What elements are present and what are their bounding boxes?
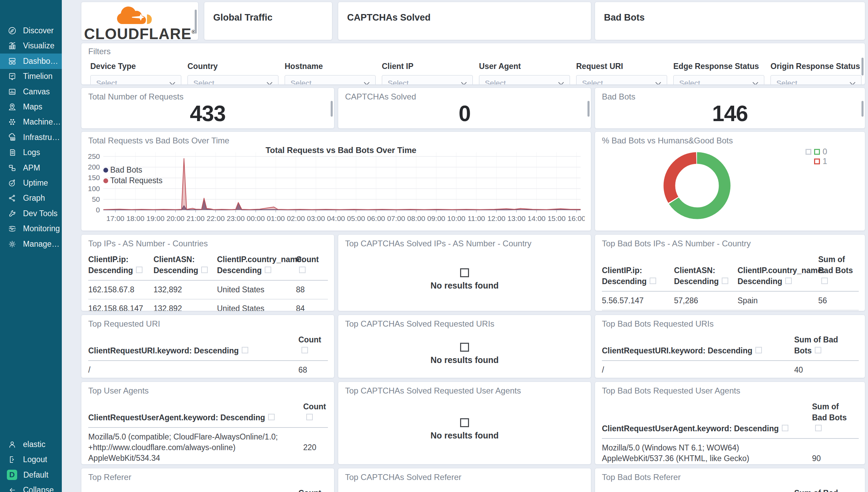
sidebar-item-apm[interactable]: APM (0, 160, 62, 176)
table-cell: Mozilla/5.0 (Windows NT 6.1; WOW64) Appl… (602, 438, 812, 465)
no-results-text: No results found (338, 355, 591, 365)
sidebar-item-canvas[interactable]: Canvas (0, 84, 62, 99)
table-cell: Netherlands (738, 310, 818, 311)
svg-text:10:00: 10:00 (447, 214, 466, 222)
sidebar-footer-collapse[interactable]: Collapse (0, 482, 62, 492)
legend-item-bad-bots[interactable]: Bad Bots (103, 165, 162, 175)
sort-icon (301, 347, 308, 353)
column-header[interactable]: ClientRequestUserAgent.keyword: Descendi… (602, 398, 812, 438)
sidebar-item-graph[interactable]: Graph (0, 190, 62, 206)
column-header[interactable]: Sum of Bad Bots (812, 398, 859, 438)
legend-label: Total Requests (110, 176, 162, 185)
column-header[interactable]: Sum of Bad Bots (818, 251, 859, 291)
metric-value: 433 (81, 101, 334, 126)
column-header[interactable]: Count (303, 398, 328, 427)
sidebar-item-management[interactable]: Management (0, 236, 62, 252)
sidebar-item-monitoring[interactable]: Monitoring (0, 221, 62, 236)
svg-text:20:00: 20:00 (167, 214, 185, 222)
table-cell: 54 (818, 310, 859, 311)
filter-select-country[interactable]: Select... (187, 75, 278, 85)
column-header[interactable]: ClientRequestURI.keyword: Descending (602, 331, 794, 361)
table-cell: 90 (812, 438, 859, 465)
filter-select-edge-response-status[interactable]: Select... (673, 75, 764, 85)
logout-icon (8, 455, 17, 464)
table-area: ClientRequestUserAgent.keyword: Descendi… (88, 398, 328, 465)
svg-text:02:00: 02:00 (287, 214, 305, 222)
cloudflare-logo-panel: CLOUDFLARE® (81, 2, 198, 40)
table-panel-ref-left: Top RefererCount (81, 468, 334, 492)
table-area: Count (88, 485, 328, 492)
table-panel-ip-right: Top Bad Bots IPs - AS Number - CountryCl… (595, 234, 865, 311)
filter-select-client-ip[interactable]: Select... (382, 75, 473, 85)
donut-legend-item-1[interactable]: 1 (803, 156, 827, 166)
table-panel-ip-mid: Top CAPTCHAs Solved IPs - AS Number - Co… (338, 234, 591, 311)
timelion-icon (8, 72, 17, 81)
sidebar-item-maps[interactable]: Maps (0, 99, 62, 115)
column-header[interactable] (602, 485, 794, 492)
select-placeholder: Select... (679, 79, 706, 85)
scrollbar-thumb[interactable] (331, 101, 333, 117)
sidebar-item-dev-tools[interactable]: Dev Tools (0, 206, 62, 221)
table-row: 162.158.67.8132,892United States88 (88, 280, 328, 299)
sort-icon (815, 347, 821, 353)
no-results-text: No results found (338, 431, 591, 441)
table-row: 5.56.57.14757,286Spain56 (602, 291, 859, 310)
column-header[interactable]: ClientRequestURI.keyword: Descending (88, 331, 298, 361)
column-header[interactable]: Count (298, 331, 328, 361)
data-table: ClientRequestUserAgent.keyword: Descendi… (88, 398, 328, 465)
legend-item-total-requests[interactable]: Total Requests (103, 175, 162, 186)
filter-select-device-type[interactable]: Select... (90, 75, 181, 85)
column-header[interactable]: Count (298, 485, 328, 492)
svg-text:21:00: 21:00 (186, 214, 205, 222)
filter-label: Device Type (90, 62, 181, 71)
filter-select-hostname[interactable]: Select... (285, 75, 376, 85)
column-header[interactable]: ClientIP.country_name: Descending (217, 251, 296, 280)
svg-text:11:00: 11:00 (468, 214, 485, 222)
column-header[interactable]: ClientASN: Descending (674, 251, 738, 291)
sidebar-item-uptime[interactable]: Uptime (0, 175, 62, 191)
column-header[interactable]: Sum of Bad Bots (794, 331, 859, 361)
sidebar-item-machine-le[interactable]: Machine Le… (0, 114, 62, 130)
table-area: ClientIP.ip: DescendingClientASN: Descen… (88, 251, 328, 311)
column-header[interactable]: Sum of Bad Bots (794, 485, 859, 492)
sidebar-item-discover[interactable]: Discover (0, 23, 62, 38)
maps-icon (8, 102, 17, 112)
column-header[interactable]: Count (296, 251, 328, 280)
donut-legend-item-0[interactable]: 0 (803, 147, 827, 156)
sidebar-item-dashboard[interactable]: Dashboard (0, 54, 62, 69)
column-header[interactable]: ClientASN: Descending (153, 251, 217, 280)
scrollbar-thumb[interactable] (587, 101, 590, 117)
scrollbar-thumb[interactable] (195, 10, 197, 34)
filter-select-request-uri[interactable]: Select... (576, 75, 667, 85)
sidebar-footer-elastic[interactable]: elastic (0, 437, 62, 452)
sidebar-item-label: elastic (23, 440, 45, 449)
column-header[interactable]: ClientIP.ip: Descending (602, 251, 674, 291)
sidebar-item-logs[interactable]: Logs (0, 145, 62, 160)
table-cell: 88 (296, 280, 328, 299)
sidebar-item-label: Default (23, 470, 48, 480)
sidebar-item-infrastructure[interactable]: Infrastructure (0, 130, 62, 145)
select-placeholder: Select... (582, 79, 609, 85)
column-header[interactable]: ClientIP.ip: Descending (88, 251, 153, 280)
filter-select-origin-response-status[interactable]: Select... (770, 75, 861, 85)
column-header[interactable]: ClientRequestUserAgent.keyword: Descendi… (88, 398, 303, 427)
scrollbar-thumb[interactable] (861, 101, 864, 117)
svg-text:100: 100 (88, 185, 100, 192)
sidebar-item-label: Machine Le… (23, 117, 61, 127)
sidebar-item-timelion[interactable]: Timelion (0, 69, 62, 84)
scrollbar-thumb[interactable] (861, 58, 864, 75)
legend-swatch (814, 149, 820, 155)
filter-country: CountrySelect... (187, 62, 278, 85)
table-cell: United States (217, 280, 296, 299)
svg-text:23:00: 23:00 (227, 214, 245, 222)
filter-label: Client IP (382, 62, 473, 71)
sort-icon (136, 267, 142, 273)
sidebar-item-label: Timelion (23, 72, 53, 81)
sidebar-footer-logout[interactable]: Logout (0, 452, 62, 467)
sidebar-item-visualize[interactable]: Visualize (0, 38, 62, 54)
column-header[interactable] (88, 485, 298, 492)
filter-select-user-agent[interactable]: Select... (479, 75, 570, 85)
dev-tools-icon (8, 209, 17, 218)
column-header[interactable]: ClientIP.country_name: Descending (738, 251, 818, 291)
sidebar-footer-default[interactable]: DDefault (0, 467, 62, 483)
